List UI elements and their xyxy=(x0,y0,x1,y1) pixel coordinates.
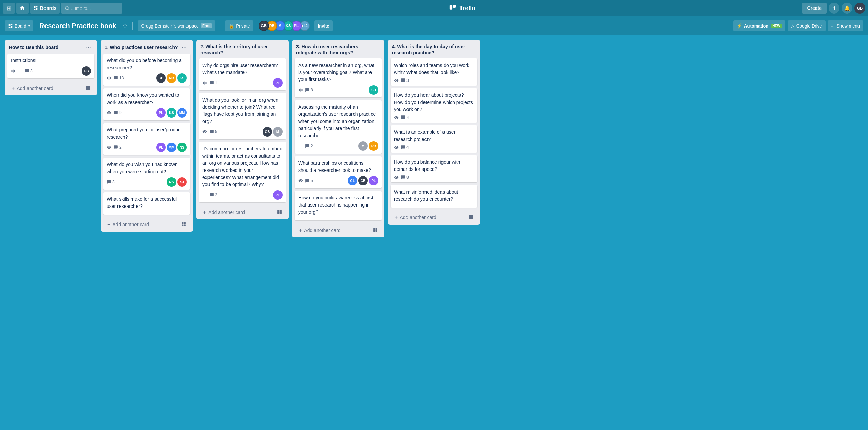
boards-button[interactable]: Boards xyxy=(30,3,60,14)
card-3-0[interactable]: As a new researcher in an org, what is y… xyxy=(295,58,382,97)
card-member-avatar-1-1-1[interactable]: KS xyxy=(167,108,176,118)
card-text-4-2: What is an example of a user research pr… xyxy=(394,129,474,143)
card-member-avatar-1-3-0[interactable]: NS xyxy=(167,177,176,187)
add-card-button-1[interactable]: +Add another card xyxy=(103,219,190,230)
column-menu-button-3[interactable]: ··· xyxy=(371,46,380,53)
column-menu-button-4[interactable]: ··· xyxy=(467,46,476,53)
card-member-avatar-1-1-2[interactable]: MM xyxy=(177,108,187,118)
home-button[interactable] xyxy=(16,3,29,14)
automation-button[interactable]: ⚡ Automation NEW xyxy=(733,20,785,31)
svg-rect-21 xyxy=(277,212,279,214)
card-member-avatar-1-2-1[interactable]: MM xyxy=(167,143,176,152)
board-header-right: ⚡ Automation NEW △ Google Drive ··· Show… xyxy=(733,20,863,31)
card-member-avatar-1-1-0[interactable]: PL xyxy=(156,108,166,118)
template-icon-2 xyxy=(277,210,282,215)
card-footer-4-0: 3 xyxy=(394,78,474,83)
gdrive-button[interactable]: △ Google Drive xyxy=(788,20,826,31)
svg-rect-13 xyxy=(86,88,88,90)
template-icon-3 xyxy=(373,228,378,233)
card-member-avatar-0-0-0[interactable]: GB xyxy=(82,66,91,76)
card-1-3[interactable]: What do you wish you had known when you … xyxy=(103,158,190,190)
description-badge xyxy=(202,193,207,197)
search-bar[interactable] xyxy=(61,3,122,14)
add-card-label-4: Add another card xyxy=(400,215,436,220)
board-view-button[interactable]: Board ▾ xyxy=(5,20,33,31)
card-2-0[interactable]: Why do orgs hire user researchers? What'… xyxy=(199,58,286,90)
card-member-avatar-1-2-2[interactable]: NS xyxy=(177,143,187,152)
card-member-avatar-3-0-0[interactable]: SD xyxy=(369,85,378,95)
cards-container-0: Instructions! 3GB xyxy=(5,54,97,81)
card-text-3-2: What partnerships or coalitions should a… xyxy=(298,160,378,174)
column-menu-button-2[interactable]: ··· xyxy=(275,46,285,53)
privacy-button[interactable]: 🔒 Private xyxy=(225,20,253,31)
card-badges-3-0: 8 xyxy=(298,88,313,92)
column-title-0: How to use this board xyxy=(9,44,84,50)
info-button[interactable]: ℹ xyxy=(829,3,839,14)
card-text-3-0: As a new researcher in an org, what is y… xyxy=(298,62,378,83)
card-3-3[interactable]: How do you build awareness at first that… xyxy=(295,191,382,220)
column-menu-button-1[interactable]: ··· xyxy=(180,43,189,51)
user-avatar[interactable]: GB xyxy=(854,3,865,14)
add-card-button-3[interactable]: +Add another card xyxy=(295,225,382,236)
card-4-3[interactable]: How do you balance rigour with demands f… xyxy=(391,155,477,182)
card-1-1[interactable]: When did you know you wanted to work as … xyxy=(103,88,190,120)
card-2-2[interactable]: It's common for researchers to embed wit… xyxy=(199,142,286,202)
card-4-1[interactable]: How do you hear about projects? How do y… xyxy=(391,88,477,123)
card-3-1[interactable]: Assessing the maturity of an organizatio… xyxy=(295,100,382,154)
description-badge xyxy=(298,144,303,148)
card-3-2[interactable]: What partnerships or coalitions should a… xyxy=(295,156,382,188)
card-member-avatar-2-1-1[interactable]: M xyxy=(273,127,283,137)
card-4-4[interactable]: What misinformed ideas about research do… xyxy=(391,185,477,208)
card-4-0[interactable]: Which roles and teams do you work with? … xyxy=(391,58,477,86)
svg-rect-2 xyxy=(36,8,38,10)
eye-badge xyxy=(107,110,111,115)
svg-rect-14 xyxy=(88,88,90,90)
card-4-2[interactable]: What is an example of a user research pr… xyxy=(391,125,477,153)
column-menu-button-0[interactable]: ··· xyxy=(84,43,93,51)
plus-icon: + xyxy=(299,227,302,233)
card-badges-4-0: 3 xyxy=(394,78,409,83)
bolt-icon: ⚡ xyxy=(737,23,742,29)
show-menu-button[interactable]: ··· Show menu xyxy=(828,20,864,31)
star-button[interactable]: ☆ xyxy=(122,22,128,30)
card-member-avatar-1-0-0[interactable]: GB xyxy=(156,73,166,83)
card-member-avatar-3-2-2[interactable]: PL xyxy=(369,176,378,185)
add-card-button-4[interactable]: +Add another card xyxy=(391,212,477,223)
card-member-avatar-1-0-1[interactable]: RB xyxy=(167,73,176,83)
add-card-label-3: Add another card xyxy=(304,228,340,233)
card-0-0[interactable]: Instructions! 3GB xyxy=(7,54,94,78)
card-member-avatar-1-3-1[interactable]: SJ xyxy=(177,177,187,187)
card-member-avatar-3-2-1[interactable]: GB xyxy=(358,176,368,185)
card-member-avatar-3-1-0[interactable]: M xyxy=(358,141,368,151)
member-avatar-1[interactable]: GB xyxy=(259,21,269,31)
card-member-avatar-2-2-0[interactable]: PL xyxy=(273,190,283,200)
free-badge: Free xyxy=(201,23,212,28)
add-card-button-2[interactable]: +Add another card xyxy=(199,207,286,218)
card-member-avatar-2-0-0[interactable]: PL xyxy=(273,78,283,88)
waffle-menu-button[interactable]: ⊞ xyxy=(3,3,15,14)
svg-rect-16 xyxy=(184,222,186,224)
card-text-2-2: It's common for researchers to embed wit… xyxy=(202,145,283,188)
card-member-avatar-1-0-2[interactable]: KS xyxy=(177,73,187,83)
invite-button[interactable]: Invite xyxy=(314,20,333,31)
workspace-button[interactable]: Gregg Bernstein's workspace Free xyxy=(138,20,215,31)
card-text-0-0: Instructions! xyxy=(11,57,91,64)
notifications-button[interactable]: 🔔 xyxy=(842,3,852,14)
search-input[interactable] xyxy=(71,6,115,11)
card-text-4-1: How do you hear about projects? How do y… xyxy=(394,92,474,113)
card-member-avatar-3-2-0[interactable]: CL xyxy=(348,176,357,185)
card-member-avatar-2-1-0[interactable]: GB xyxy=(263,127,272,137)
card-footer-3-1: 2MRB xyxy=(298,141,378,151)
board-title[interactable]: Research Practice book xyxy=(37,21,119,31)
card-members-2-0: PL xyxy=(273,78,283,88)
create-button[interactable]: Create xyxy=(802,3,827,14)
card-1-0[interactable]: What did you do before becoming a resear… xyxy=(103,54,190,86)
card-2-1[interactable]: What do you look for in an org when deci… xyxy=(199,93,286,139)
card-member-avatar-3-1-1[interactable]: RB xyxy=(369,141,378,151)
column-header-1: 1. Who practices user research?··· xyxy=(101,40,193,54)
card-1-2[interactable]: What prepared you for user/product resea… xyxy=(103,123,190,155)
card-text-1-0: What did you do before becoming a resear… xyxy=(107,57,187,71)
card-member-avatar-1-2-0[interactable]: PL xyxy=(156,143,166,152)
card-1-4[interactable]: What skills make for a successful user r… xyxy=(103,192,190,215)
add-card-button-0[interactable]: +Add another card xyxy=(7,83,94,94)
